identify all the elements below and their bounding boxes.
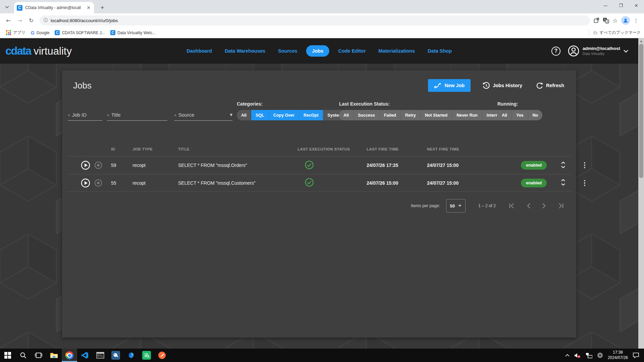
window-maximize-button[interactable]: ❐: [613, 0, 629, 11]
chip-running-all[interactable]: All: [497, 110, 512, 120]
nav-materializations[interactable]: Materializations: [374, 45, 419, 57]
start-icon[interactable]: [0, 349, 15, 362]
app-header: cdata virtuality Dashboard Data Warehous…: [0, 38, 638, 64]
page-title: Jobs: [73, 80, 92, 91]
network-icon[interactable]: [586, 353, 592, 358]
cell-title: SELECT * FROM "mssql.Customers": [178, 180, 298, 186]
chip-les-never-run[interactable]: Never Run: [452, 110, 482, 120]
chip-categories-copy-over[interactable]: Copy Over: [269, 110, 299, 120]
vscode-icon[interactable]: [77, 349, 93, 362]
chip-les-not-started[interactable]: Not Started: [421, 110, 452, 120]
nav-data-shop[interactable]: Data Shop: [424, 45, 456, 57]
chip-running-yes[interactable]: Yes: [512, 110, 528, 120]
reload-button[interactable]: ↻: [26, 15, 36, 25]
enabled-status-badge: enabled: [521, 161, 547, 170]
row-menu-icon[interactable]: [577, 162, 593, 168]
page-scrollbar[interactable]: ▲: [638, 38, 644, 349]
tab-search-button[interactable]: [3, 3, 11, 11]
stop-job-button[interactable]: [94, 179, 102, 187]
svg-text:C:\_: C:\_: [98, 354, 104, 357]
cdata-favicon: C: [110, 30, 115, 35]
logo-brand: cdata: [5, 45, 31, 57]
scrollbar-up-icon[interactable]: ▲: [638, 38, 644, 44]
last-page-icon[interactable]: [557, 203, 564, 208]
nav-data-warehouses[interactable]: Data Warehouses: [221, 45, 269, 57]
file-explorer-icon[interactable]: [46, 349, 62, 362]
bookmark-star-icon[interactable]: ☆: [612, 17, 618, 24]
open-in-new-icon[interactable]: [593, 17, 599, 23]
toggle-state-icon[interactable]: [560, 179, 566, 186]
window-close-button[interactable]: ✕: [629, 0, 644, 11]
nav-sources[interactable]: Sources: [274, 45, 301, 57]
prev-page-icon[interactable]: [527, 203, 531, 208]
bookmark-apps[interactable]: アプリ: [3, 28, 28, 37]
source-select[interactable]: ⌕ ▼: [174, 109, 232, 121]
bookmark-data-virtuality[interactable]: C Data Virtuality Welc...: [108, 29, 158, 37]
chip-running-no[interactable]: No: [528, 110, 543, 120]
page-info-icon[interactable]: ⓘ: [44, 17, 48, 23]
browser-profile-avatar[interactable]: [621, 16, 630, 25]
running-label: Running:: [497, 101, 518, 107]
chip-les-failed[interactable]: Failed: [380, 110, 401, 120]
all-bookmarks-button[interactable]: 🗀 すべてのブックマーク: [589, 29, 641, 36]
browser-menu-icon[interactable]: ⋮: [633, 17, 639, 24]
bookmark-google[interactable]: G Google: [28, 29, 52, 37]
scrollbar-thumb[interactable]: [639, 44, 643, 178]
nav-dashboard[interactable]: Dashboard: [182, 45, 216, 57]
pagination-range: 1 – 2 of 2: [478, 203, 496, 208]
forward-button[interactable]: →: [15, 15, 25, 25]
dropdown-caret-icon: ▼: [230, 113, 232, 117]
items-per-page-select[interactable]: 50: [446, 199, 466, 213]
task-view-icon[interactable]: [31, 349, 46, 362]
window-minimize-button[interactable]: —: [598, 0, 613, 11]
layers-app-icon[interactable]: [123, 349, 139, 362]
refresh-button[interactable]: Refresh: [534, 79, 566, 92]
bookmark-cdata-software[interactable]: C CDATA SOFTWARE J...: [52, 29, 107, 37]
cell-title: SELECT * FROM "mssql.Orders": [178, 163, 298, 168]
log-viewer-app-icon[interactable]: [139, 349, 154, 362]
status-x-icon[interactable]: [597, 352, 603, 358]
jobs-history-button[interactable]: Jobs History: [481, 79, 524, 92]
next-page-icon[interactable]: [542, 203, 546, 208]
pgadmin-icon[interactable]: [108, 349, 123, 362]
back-button[interactable]: ←: [3, 15, 13, 25]
chip-categories-sql[interactable]: SQL: [251, 110, 269, 120]
nav-code-editor[interactable]: Code Editor: [334, 45, 370, 57]
volume-muted-icon[interactable]: [574, 353, 581, 358]
postman-icon[interactable]: [154, 349, 170, 362]
col-next-fire-time: NEXT FIRE TIME: [427, 147, 521, 151]
taskbar-clock[interactable]: 17:38 2024/07/26: [608, 350, 628, 360]
title-input[interactable]: ⌕: [107, 109, 167, 121]
search-icon[interactable]: [15, 349, 31, 362]
run-job-button[interactable]: [81, 178, 90, 188]
col-title: TITLE: [178, 147, 298, 151]
chip-les-retry[interactable]: Retry: [401, 110, 421, 120]
translate-icon[interactable]: A文: [603, 17, 609, 23]
action-center-icon[interactable]: [633, 352, 639, 358]
nav-jobs[interactable]: Jobs: [306, 45, 329, 57]
chip-categories-recopt[interactable]: RecOpt: [299, 110, 323, 120]
chip-les-all[interactable]: All: [339, 110, 354, 120]
chip-categories-all[interactable]: All: [237, 110, 251, 120]
help-icon[interactable]: ?: [551, 47, 560, 56]
window-controls: — ❐ ✕: [598, 0, 644, 13]
tab-close-icon[interactable]: ✕: [86, 5, 91, 10]
chrome-icon[interactable]: [62, 349, 77, 362]
run-job-button[interactable]: [81, 161, 90, 170]
cdata-virtuality-logo: cdata virtuality: [5, 45, 72, 57]
job-id-input[interactable]: ⌕: [68, 109, 102, 121]
row-menu-icon[interactable]: [577, 180, 593, 186]
jobs-history-label: Jobs History: [493, 83, 522, 88]
account-menu[interactable]: admin@localhost Data Virtuality: [568, 45, 628, 57]
new-tab-button[interactable]: +: [98, 3, 107, 12]
chip-les-success[interactable]: Success: [354, 110, 380, 120]
first-page-icon[interactable]: [509, 203, 515, 208]
col-last-execution-status: LAST EXECUTION STATUS: [298, 147, 367, 151]
browser-tab[interactable]: C CData Virtuality - admin@locall ✕: [14, 2, 94, 13]
terminal-icon[interactable]: C:\_: [93, 349, 108, 362]
new-job-button[interactable]: New Job: [428, 79, 471, 92]
stop-job-button[interactable]: [94, 161, 102, 169]
toggle-state-icon[interactable]: [560, 161, 566, 169]
tray-expand-icon[interactable]: [565, 354, 570, 357]
address-bar[interactable]: ⓘ localhost:8080/account/#/u/0/jobs: [40, 15, 590, 25]
